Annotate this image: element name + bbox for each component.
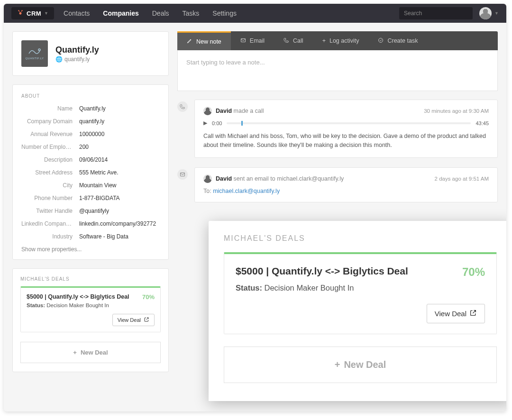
property-label: Street Address: [21, 169, 73, 176]
brand-dropdown[interactable]: CRM ▼: [11, 7, 54, 19]
globe-icon: 🌐: [55, 56, 63, 63]
company-header-card: QUANTIF.LY Quantify.ly 🌐 quantify.ly: [12, 31, 169, 76]
property-row: Description09/06/2014: [21, 156, 160, 163]
deals-card-small: MICHAEL'S DEALS $5000 | Quantify.ly <-> …: [12, 268, 169, 372]
property-value[interactable]: 200: [79, 144, 89, 150]
tab-email[interactable]: Email: [231, 31, 274, 50]
property-label: Industry: [21, 233, 73, 240]
tab-log-activity[interactable]: + Log activity: [313, 31, 369, 50]
deal-title: $5000 | Quantify.ly <-> Biglytics Deal: [27, 293, 129, 300]
phone-icon: [283, 37, 289, 45]
new-deal-button[interactable]: + New Deal: [20, 342, 161, 363]
deal-row: $5000 | Quantify.ly <-> Biglytics Deal 7…: [224, 252, 497, 334]
deal-status: Status: Decision Maker Bought In: [27, 302, 155, 308]
hubspot-icon: [17, 9, 24, 18]
plus-icon: +: [322, 37, 326, 44]
property-label: Annual Revenue: [21, 131, 73, 137]
property-label: Phone Number: [21, 195, 73, 201]
property-label: Number of Employ...: [21, 144, 73, 150]
property-row: LinkedIn Company...linkedin.com/company/…: [21, 220, 160, 227]
deal-row: $5000 | Quantify.ly <-> Biglytics Deal 7…: [20, 286, 161, 332]
property-value[interactable]: 555 Metric Ave.: [79, 169, 119, 176]
check-circle-icon: [378, 37, 384, 45]
property-label: Company Domain: [21, 118, 73, 125]
view-deal-button[interactable]: View Deal: [427, 304, 485, 323]
property-value[interactable]: Quantify.ly: [79, 105, 106, 112]
deal-status: Status: Decision Maker Bought In: [236, 283, 485, 292]
property-value[interactable]: Software - Big Data: [79, 233, 128, 240]
company-domain[interactable]: 🌐 quantify.ly: [55, 56, 99, 63]
about-card: ABOUT NameQuantify.lyCompany Domainquant…: [12, 84, 169, 260]
timeline: David made a call 30 minutes ago at 9:30…: [177, 100, 498, 202]
property-row: CityMountain View: [21, 182, 160, 189]
property-value[interactable]: @quantifyly: [79, 208, 109, 214]
timeline-item-call: David made a call 30 minutes ago at 9:30…: [177, 100, 498, 158]
timeline-time: 30 minutes ago at 9:30 AM: [424, 108, 489, 114]
tab-call[interactable]: Call: [274, 31, 313, 50]
deals-section-title: MICHAEL'S DEALS: [20, 276, 161, 282]
property-row: Twitter Handle@quantifyly: [21, 208, 160, 214]
chevron-down-icon: ▼: [44, 11, 48, 16]
play-icon[interactable]: ▶: [203, 120, 207, 126]
company-name: Quantify.ly: [55, 45, 99, 55]
external-link-icon: [469, 309, 477, 318]
property-row: Company Domainquantify.ly: [21, 118, 160, 125]
nav-settings[interactable]: Settings: [212, 9, 237, 17]
activity-tabs: New note Email Call + Log activity Creat…: [177, 31, 498, 50]
timeline-time: 2 days ago at 9:51 AM: [435, 176, 489, 182]
search-input[interactable]: [399, 7, 473, 19]
actor-avatar: [203, 107, 212, 115]
nav-companies[interactable]: Companies: [103, 9, 138, 17]
overlay-title: MICHAEL'S DEALS: [224, 234, 497, 243]
timeline-body: Call with Michael and his boss, Tom, who…: [203, 132, 489, 150]
about-title: ABOUT: [21, 93, 160, 99]
company-logo: QUANTIF.LY: [21, 40, 48, 67]
show-more-properties[interactable]: Show more properties...: [21, 246, 160, 253]
view-deal-button[interactable]: View Deal: [112, 314, 155, 326]
property-value[interactable]: 09/06/2014: [79, 156, 108, 163]
property-row: Street Address555 Metric Ave.: [21, 169, 160, 176]
property-label: Twitter Handle: [21, 208, 73, 214]
timeline-action: David sent an email to michael.clark@qua…: [216, 175, 344, 182]
deal-title: $5000 | Quantify.ly <-> Biglytics Deal: [236, 265, 408, 277]
nav-contacts[interactable]: Contacts: [64, 9, 90, 17]
nav-links: Contacts Companies Deals Tasks Settings: [64, 9, 399, 17]
property-value[interactable]: Mountain View: [79, 182, 117, 189]
property-value[interactable]: linkedin.com/company/392772: [79, 220, 156, 227]
svg-point-3: [38, 49, 40, 51]
property-row: Annual Revenue10000000: [21, 131, 160, 137]
top-nav: CRM ▼ Contacts Companies Deals Tasks Set…: [4, 4, 506, 23]
user-avatar[interactable]: [479, 7, 492, 19]
svg-point-2: [19, 12, 22, 15]
property-label: Name: [21, 105, 73, 112]
nav-deals[interactable]: Deals: [152, 9, 169, 17]
external-link-icon: [144, 317, 149, 323]
property-row: NameQuantify.ly: [21, 105, 160, 112]
tab-create-task[interactable]: Create task: [368, 31, 427, 50]
mail-icon: [177, 169, 188, 180]
tab-new-note[interactable]: New note: [177, 31, 231, 50]
deal-percent: 70%: [462, 265, 485, 279]
audio-progress[interactable]: [227, 122, 471, 124]
new-deal-button[interactable]: + New Deal: [224, 347, 497, 383]
property-row: Number of Employ...200: [21, 144, 160, 150]
property-label: City: [21, 182, 73, 189]
property-row: Phone Number1-877-BIGDATA: [21, 195, 160, 201]
deal-percent: 70%: [142, 293, 155, 301]
timeline-item-email: David sent an email to michael.clark@qua…: [177, 167, 498, 202]
property-value[interactable]: 10000000: [79, 131, 104, 137]
property-label: LinkedIn Company...: [21, 220, 73, 227]
property-value[interactable]: quantify.ly: [79, 118, 104, 125]
note-input[interactable]: Start typing to leave a note...: [177, 50, 498, 91]
property-row: IndustrySoftware - Big Data: [21, 233, 160, 240]
svg-point-5: [379, 38, 383, 42]
email-recipient-link[interactable]: michael.clark@quantify.ly: [213, 188, 280, 194]
audio-player[interactable]: ▶ 0:00 43:45: [203, 120, 489, 126]
plus-icon: +: [335, 359, 340, 370]
nav-tasks[interactable]: Tasks: [183, 9, 200, 17]
property-label: Description: [21, 156, 73, 163]
property-value[interactable]: 1-877-BIGDATA: [79, 195, 120, 201]
deals-overlay-panel: MICHAEL'S DEALS $5000 | Quantify.ly <-> …: [209, 221, 506, 401]
edit-icon: [187, 38, 192, 45]
email-to: To: michael.clark@quantify.ly: [203, 188, 489, 194]
